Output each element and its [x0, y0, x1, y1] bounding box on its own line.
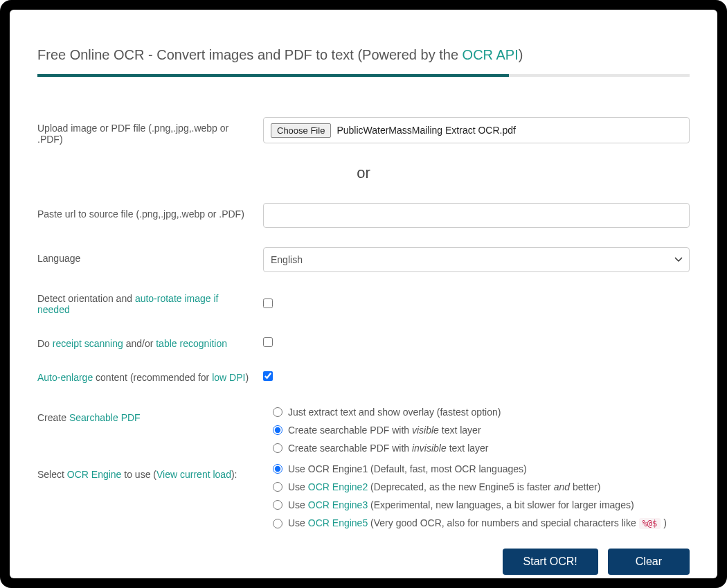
engine-options-group: Use OCR Engine1 (Default, fast, most OCR… [273, 463, 690, 529]
orientation-checkbox[interactable] [263, 299, 273, 308]
or-divider: or [37, 164, 690, 182]
engine-radio-0[interactable] [273, 464, 282, 474]
engine-link-1[interactable]: OCR Engine2 [308, 481, 368, 492]
pdf-option-label-1: Create searchable PDF with visible text … [288, 425, 481, 436]
title-link-ocr-api[interactable]: OCR API [463, 47, 519, 62]
title-text-prefix: Free Online OCR - Convert images and PDF… [37, 47, 463, 62]
pdf-radio-2[interactable] [273, 443, 282, 453]
engine-link-3[interactable]: OCR Engine5 [308, 517, 368, 528]
label-auto-enlarge: Auto-enlarge content (recommended for lo… [37, 372, 263, 383]
pdf-option-label-2: Create searchable PDF with invisible tex… [288, 443, 488, 454]
link-searchable-pdf[interactable]: Searchable PDF [69, 412, 141, 423]
selected-filename: PublicWaterMassMailing Extract OCR.pdf [336, 125, 516, 136]
engine-option-label-2: Use OCR Engine3 (Experimental, new langu… [288, 499, 634, 510]
link-table-recognition[interactable]: table recognition [156, 338, 227, 349]
pdf-radio-1[interactable] [273, 425, 282, 435]
choose-file-button[interactable]: Choose File [271, 123, 331, 138]
progress-bar [37, 74, 690, 77]
engine-option-label-1: Use OCR Engine2 (Deprecated, as the new … [288, 481, 600, 492]
pdf-radio-0[interactable] [273, 407, 282, 417]
engine-radio-1[interactable] [273, 482, 282, 492]
engine-radio-3[interactable] [273, 519, 282, 528]
pdf-option-label-0: Just extract text and show overlay (fast… [288, 407, 501, 418]
label-orientation: Detect orientation and auto-rotate image… [37, 293, 263, 315]
page-title: Free Online OCR - Convert images and PDF… [37, 47, 690, 63]
pdf-option-1[interactable]: Create searchable PDF with visible text … [273, 425, 690, 436]
label-paste-url: Paste url to source file (.png,.jpg,.web… [37, 203, 263, 220]
progress-bar-fill [37, 74, 509, 77]
receipt-checkbox[interactable] [263, 337, 273, 347]
label-receipt: Do receipt scanning and/or table recogni… [37, 338, 263, 349]
engine-link-2[interactable]: OCR Engine3 [308, 499, 368, 510]
title-text-suffix: ) [519, 47, 523, 62]
link-view-load[interactable]: View current load [156, 469, 231, 480]
engine-option-1[interactable]: Use OCR Engine2 (Deprecated, as the new … [273, 481, 690, 492]
link-auto-enlarge[interactable]: Auto-enlarge [37, 372, 93, 383]
label-searchable-pdf: Create Searchable PDF [37, 407, 263, 423]
language-select[interactable]: English [263, 247, 690, 272]
source-url-input[interactable] [263, 203, 690, 228]
auto-enlarge-checkbox[interactable] [263, 371, 273, 381]
label-language: Language [37, 247, 263, 264]
file-input-wrapper[interactable]: Choose File PublicWaterMassMailing Extra… [263, 117, 690, 143]
engine-option-2[interactable]: Use OCR Engine3 (Experimental, new langu… [273, 499, 690, 510]
link-ocr-engine[interactable]: OCR Engine [67, 469, 122, 480]
pdf-options-group: Just extract text and show overlay (fast… [273, 407, 690, 454]
code-chip-icon: %@$ [639, 518, 661, 529]
engine-option-0[interactable]: Use OCR Engine1 (Default, fast, most OCR… [273, 463, 690, 474]
engine-option-label-0: Use OCR Engine1 (Default, fast, most OCR… [288, 463, 527, 474]
pdf-option-2[interactable]: Create searchable PDF with invisible tex… [273, 443, 690, 454]
clear-button[interactable]: Clear [608, 549, 690, 575]
engine-radio-2[interactable] [273, 500, 282, 510]
start-ocr-button[interactable]: Start OCR! [503, 549, 598, 575]
label-ocr-engine: Select OCR Engine to use (View current l… [37, 463, 263, 480]
label-upload: Upload image or PDF file (.png,.jpg,.web… [37, 117, 263, 145]
pdf-option-0[interactable]: Just extract text and show overlay (fast… [273, 407, 690, 418]
link-low-dpi[interactable]: low DPI [212, 372, 245, 383]
link-receipt-scanning[interactable]: receipt scanning [53, 338, 123, 349]
engine-option-3[interactable]: Use OCR Engine5 (Very good OCR, also for… [273, 517, 690, 529]
engine-option-label-3: Use OCR Engine5 (Very good OCR, also for… [288, 517, 667, 529]
